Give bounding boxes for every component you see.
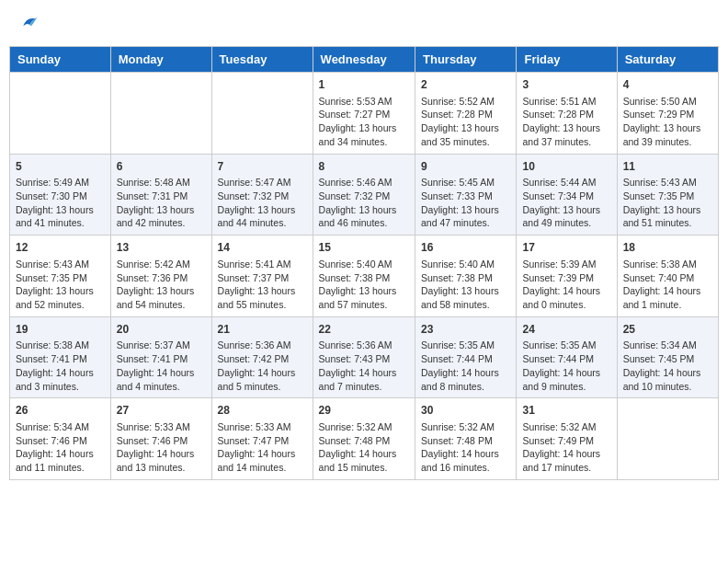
calendar-day-cell bbox=[617, 398, 718, 480]
calendar-day-cell: 1Sunrise: 5:53 AM Sunset: 7:27 PM Daylig… bbox=[313, 73, 415, 155]
day-number: 9 bbox=[421, 159, 510, 175]
calendar-day-cell: 7Sunrise: 5:47 AM Sunset: 7:32 PM Daylig… bbox=[211, 154, 313, 236]
day-number: 16 bbox=[421, 240, 510, 256]
day-number: 29 bbox=[319, 403, 409, 419]
calendar-day-header: Tuesday bbox=[211, 47, 313, 73]
calendar-day-cell: 27Sunrise: 5:33 AM Sunset: 7:46 PM Dayli… bbox=[110, 398, 211, 480]
calendar-day-cell: 5Sunrise: 5:49 AM Sunset: 7:30 PM Daylig… bbox=[10, 154, 111, 236]
calendar-day-cell: 29Sunrise: 5:32 AM Sunset: 7:48 PM Dayli… bbox=[313, 398, 415, 480]
day-info: Sunrise: 5:53 AM Sunset: 7:27 PM Dayligh… bbox=[319, 95, 409, 149]
day-info: Sunrise: 5:36 AM Sunset: 7:42 PM Dayligh… bbox=[218, 339, 307, 393]
calendar-day-header: Thursday bbox=[415, 47, 517, 73]
day-info: Sunrise: 5:49 AM Sunset: 7:30 PM Dayligh… bbox=[16, 176, 105, 230]
calendar-day-cell: 30Sunrise: 5:32 AM Sunset: 7:48 PM Dayli… bbox=[415, 398, 517, 480]
calendar-week-row: 12Sunrise: 5:43 AM Sunset: 7:35 PM Dayli… bbox=[10, 236, 719, 317]
day-number: 31 bbox=[522, 403, 610, 419]
calendar-day-cell: 3Sunrise: 5:51 AM Sunset: 7:28 PM Daylig… bbox=[517, 73, 617, 155]
calendar-day-cell bbox=[10, 73, 111, 155]
day-info: Sunrise: 5:41 AM Sunset: 7:37 PM Dayligh… bbox=[218, 258, 307, 312]
day-info: Sunrise: 5:52 AM Sunset: 7:28 PM Dayligh… bbox=[421, 95, 510, 149]
calendar-day-cell: 19Sunrise: 5:38 AM Sunset: 7:41 PM Dayli… bbox=[10, 316, 111, 398]
day-number: 19 bbox=[16, 322, 105, 338]
calendar-day-cell: 16Sunrise: 5:40 AM Sunset: 7:38 PM Dayli… bbox=[415, 236, 517, 317]
day-info: Sunrise: 5:34 AM Sunset: 7:45 PM Dayligh… bbox=[623, 339, 712, 393]
day-info: Sunrise: 5:37 AM Sunset: 7:41 PM Dayligh… bbox=[117, 339, 206, 393]
day-number: 30 bbox=[421, 403, 510, 419]
day-number: 28 bbox=[218, 403, 307, 419]
calendar-day-cell: 13Sunrise: 5:42 AM Sunset: 7:36 PM Dayli… bbox=[110, 236, 211, 317]
day-info: Sunrise: 5:47 AM Sunset: 7:32 PM Dayligh… bbox=[218, 176, 307, 230]
calendar-day-header: Saturday bbox=[617, 47, 718, 73]
calendar-day-cell: 11Sunrise: 5:43 AM Sunset: 7:35 PM Dayli… bbox=[617, 154, 718, 236]
calendar-day-cell: 25Sunrise: 5:34 AM Sunset: 7:45 PM Dayli… bbox=[617, 316, 718, 398]
logo bbox=[18, 14, 39, 32]
day-info: Sunrise: 5:32 AM Sunset: 7:48 PM Dayligh… bbox=[319, 420, 409, 475]
calendar-day-cell: 26Sunrise: 5:34 AM Sunset: 7:46 PM Dayli… bbox=[10, 398, 111, 480]
day-info: Sunrise: 5:43 AM Sunset: 7:35 PM Dayligh… bbox=[16, 258, 105, 312]
calendar-day-cell: 31Sunrise: 5:32 AM Sunset: 7:49 PM Dayli… bbox=[517, 398, 617, 480]
day-number: 8 bbox=[319, 159, 409, 175]
day-info: Sunrise: 5:32 AM Sunset: 7:49 PM Dayligh… bbox=[522, 420, 610, 475]
calendar-day-cell: 14Sunrise: 5:41 AM Sunset: 7:37 PM Dayli… bbox=[211, 236, 313, 317]
calendar-header-row: SundayMondayTuesdayWednesdayThursdayFrid… bbox=[10, 47, 719, 73]
calendar-week-row: 19Sunrise: 5:38 AM Sunset: 7:41 PM Dayli… bbox=[10, 316, 719, 398]
calendar-day-cell: 2Sunrise: 5:52 AM Sunset: 7:28 PM Daylig… bbox=[415, 73, 517, 155]
day-info: Sunrise: 5:39 AM Sunset: 7:39 PM Dayligh… bbox=[522, 258, 610, 312]
calendar-day-cell: 22Sunrise: 5:36 AM Sunset: 7:43 PM Dayli… bbox=[313, 316, 415, 398]
calendar-day-header: Wednesday bbox=[313, 47, 415, 73]
calendar-day-cell: 17Sunrise: 5:39 AM Sunset: 7:39 PM Dayli… bbox=[517, 236, 617, 317]
calendar-day-cell: 15Sunrise: 5:40 AM Sunset: 7:38 PM Dayli… bbox=[313, 236, 415, 317]
day-info: Sunrise: 5:46 AM Sunset: 7:32 PM Dayligh… bbox=[319, 176, 409, 230]
day-info: Sunrise: 5:33 AM Sunset: 7:47 PM Dayligh… bbox=[218, 420, 307, 475]
day-info: Sunrise: 5:36 AM Sunset: 7:43 PM Dayligh… bbox=[319, 339, 409, 393]
day-info: Sunrise: 5:38 AM Sunset: 7:40 PM Dayligh… bbox=[623, 258, 712, 312]
calendar-day-cell: 24Sunrise: 5:35 AM Sunset: 7:44 PM Dayli… bbox=[517, 316, 617, 398]
calendar-week-row: 5Sunrise: 5:49 AM Sunset: 7:30 PM Daylig… bbox=[10, 154, 719, 236]
logo-bird-icon bbox=[20, 14, 39, 32]
calendar-day-cell: 9Sunrise: 5:45 AM Sunset: 7:33 PM Daylig… bbox=[415, 154, 517, 236]
calendar-day-header: Friday bbox=[517, 47, 617, 73]
calendar-day-cell: 21Sunrise: 5:36 AM Sunset: 7:42 PM Dayli… bbox=[211, 316, 313, 398]
day-number: 18 bbox=[623, 240, 712, 256]
calendar-day-header: Monday bbox=[110, 47, 211, 73]
calendar-week-row: 26Sunrise: 5:34 AM Sunset: 7:46 PM Dayli… bbox=[10, 398, 719, 480]
day-number: 11 bbox=[623, 159, 712, 175]
day-info: Sunrise: 5:40 AM Sunset: 7:38 PM Dayligh… bbox=[421, 258, 510, 312]
day-number: 26 bbox=[16, 403, 105, 419]
calendar-day-cell: 8Sunrise: 5:46 AM Sunset: 7:32 PM Daylig… bbox=[313, 154, 415, 236]
day-info: Sunrise: 5:35 AM Sunset: 7:44 PM Dayligh… bbox=[522, 339, 610, 393]
day-number: 7 bbox=[218, 159, 307, 175]
day-number: 15 bbox=[319, 240, 409, 256]
day-number: 3 bbox=[522, 77, 610, 93]
calendar-day-cell: 10Sunrise: 5:44 AM Sunset: 7:34 PM Dayli… bbox=[517, 154, 617, 236]
day-info: Sunrise: 5:45 AM Sunset: 7:33 PM Dayligh… bbox=[421, 176, 510, 230]
day-info: Sunrise: 5:38 AM Sunset: 7:41 PM Dayligh… bbox=[16, 339, 105, 393]
day-info: Sunrise: 5:50 AM Sunset: 7:29 PM Dayligh… bbox=[623, 95, 712, 149]
day-number: 25 bbox=[623, 322, 712, 338]
day-number: 22 bbox=[319, 322, 409, 338]
calendar-day-cell bbox=[211, 73, 313, 155]
calendar-day-cell: 6Sunrise: 5:48 AM Sunset: 7:31 PM Daylig… bbox=[110, 154, 211, 236]
day-info: Sunrise: 5:51 AM Sunset: 7:28 PM Dayligh… bbox=[522, 95, 610, 149]
day-info: Sunrise: 5:42 AM Sunset: 7:36 PM Dayligh… bbox=[117, 258, 206, 312]
day-info: Sunrise: 5:44 AM Sunset: 7:34 PM Dayligh… bbox=[522, 176, 610, 230]
day-number: 17 bbox=[522, 240, 610, 256]
day-number: 4 bbox=[623, 77, 712, 93]
day-number: 14 bbox=[218, 240, 307, 256]
calendar-week-row: 1Sunrise: 5:53 AM Sunset: 7:27 PM Daylig… bbox=[10, 73, 719, 155]
calendar-day-cell: 20Sunrise: 5:37 AM Sunset: 7:41 PM Dayli… bbox=[110, 316, 211, 398]
day-number: 1 bbox=[319, 77, 409, 93]
day-number: 5 bbox=[16, 159, 105, 175]
day-info: Sunrise: 5:34 AM Sunset: 7:46 PM Dayligh… bbox=[16, 420, 105, 475]
calendar-table: SundayMondayTuesdayWednesdayThursdayFrid… bbox=[9, 46, 719, 480]
day-number: 27 bbox=[117, 403, 206, 419]
calendar-day-cell: 23Sunrise: 5:35 AM Sunset: 7:44 PM Dayli… bbox=[415, 316, 517, 398]
day-info: Sunrise: 5:40 AM Sunset: 7:38 PM Dayligh… bbox=[319, 258, 409, 312]
calendar-day-header: Sunday bbox=[10, 47, 111, 73]
day-info: Sunrise: 5:35 AM Sunset: 7:44 PM Dayligh… bbox=[421, 339, 510, 393]
calendar-day-cell: 12Sunrise: 5:43 AM Sunset: 7:35 PM Dayli… bbox=[10, 236, 111, 317]
day-info: Sunrise: 5:33 AM Sunset: 7:46 PM Dayligh… bbox=[117, 420, 206, 475]
calendar-day-cell: 18Sunrise: 5:38 AM Sunset: 7:40 PM Dayli… bbox=[617, 236, 718, 317]
page-header bbox=[9, 9, 719, 37]
day-info: Sunrise: 5:43 AM Sunset: 7:35 PM Dayligh… bbox=[623, 176, 712, 230]
